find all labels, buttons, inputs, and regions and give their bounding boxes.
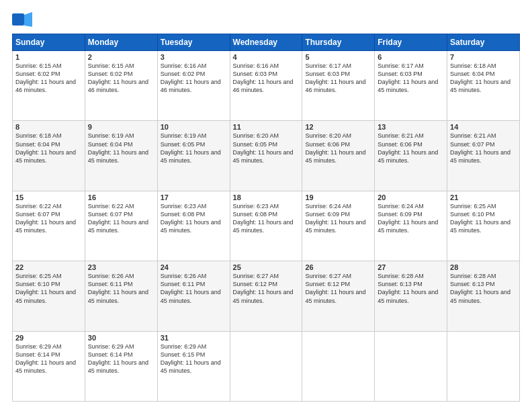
- day-content: Sunrise: 6:23 AM Sunset: 6:08 PM Dayligh…: [161, 202, 227, 235]
- weekday-header-wednesday: Wednesday: [230, 34, 302, 51]
- day-content: Sunrise: 6:15 AM Sunset: 6:02 PM Dayligh…: [88, 62, 154, 95]
- calendar-cell: [375, 331, 447, 401]
- calendar-cell: 30 Sunrise: 6:29 AM Sunset: 6:14 PM Dayl…: [85, 331, 157, 401]
- calendar-cell: 6 Sunrise: 6:17 AM Sunset: 6:03 PM Dayli…: [375, 51, 447, 121]
- weekday-header-sunday: Sunday: [13, 34, 85, 51]
- day-number: 15: [15, 193, 82, 201]
- day-content: Sunrise: 6:29 AM Sunset: 6:15 PM Dayligh…: [161, 342, 227, 375]
- svg-rect-0: [12, 13, 24, 26]
- day-content: Sunrise: 6:16 AM Sunset: 6:02 PM Dayligh…: [161, 62, 227, 95]
- day-number: 16: [88, 193, 154, 201]
- day-content: Sunrise: 6:18 AM Sunset: 6:04 PM Dayligh…: [450, 62, 517, 95]
- day-content: Sunrise: 6:24 AM Sunset: 6:09 PM Dayligh…: [305, 202, 371, 235]
- calendar-cell: 15 Sunrise: 6:22 AM Sunset: 6:07 PM Dayl…: [13, 191, 85, 261]
- day-content: Sunrise: 6:27 AM Sunset: 6:12 PM Dayligh…: [233, 272, 300, 305]
- weekday-header-friday: Friday: [375, 34, 447, 51]
- calendar-cell: 17 Sunrise: 6:23 AM Sunset: 6:08 PM Dayl…: [157, 191, 230, 261]
- day-number: 21: [450, 193, 517, 201]
- day-number: 9: [88, 123, 154, 131]
- calendar-cell: [230, 331, 302, 401]
- day-content: Sunrise: 6:24 AM Sunset: 6:09 PM Dayligh…: [378, 202, 444, 235]
- day-content: Sunrise: 6:29 AM Sunset: 6:14 PM Dayligh…: [88, 342, 154, 375]
- calendar-cell: 20 Sunrise: 6:24 AM Sunset: 6:09 PM Dayl…: [375, 191, 447, 261]
- day-content: Sunrise: 6:17 AM Sunset: 6:03 PM Dayligh…: [305, 62, 371, 95]
- calendar-cell: 26 Sunrise: 6:27 AM Sunset: 6:12 PM Dayl…: [302, 261, 375, 331]
- day-content: Sunrise: 6:21 AM Sunset: 6:07 PM Dayligh…: [450, 132, 517, 165]
- day-content: Sunrise: 6:28 AM Sunset: 6:13 PM Dayligh…: [378, 272, 444, 305]
- calendar-cell: 24 Sunrise: 6:26 AM Sunset: 6:11 PM Dayl…: [157, 261, 230, 331]
- day-number: 3: [161, 53, 227, 61]
- page: SundayMondayTuesdayWednesdayThursdayFrid…: [0, 0, 532, 411]
- weekday-header-thursday: Thursday: [302, 34, 375, 51]
- day-content: Sunrise: 6:27 AM Sunset: 6:12 PM Dayligh…: [305, 272, 371, 305]
- calendar-cell: 18 Sunrise: 6:23 AM Sunset: 6:08 PM Dayl…: [230, 191, 302, 261]
- day-number: 28: [450, 263, 517, 271]
- day-number: 10: [161, 123, 227, 131]
- calendar-table: SundayMondayTuesdayWednesdayThursdayFrid…: [12, 34, 520, 402]
- day-number: 30: [88, 334, 154, 342]
- day-number: 4: [233, 53, 300, 61]
- calendar-cell: 14 Sunrise: 6:21 AM Sunset: 6:07 PM Dayl…: [447, 121, 520, 191]
- day-number: 25: [233, 263, 300, 271]
- day-content: Sunrise: 6:22 AM Sunset: 6:07 PM Dayligh…: [88, 202, 154, 235]
- day-number: 23: [88, 263, 154, 271]
- calendar-cell: 22 Sunrise: 6:25 AM Sunset: 6:10 PM Dayl…: [13, 261, 85, 331]
- header: [12, 12, 520, 27]
- day-number: 11: [233, 123, 300, 131]
- day-number: 26: [305, 263, 371, 271]
- calendar-cell: 7 Sunrise: 6:18 AM Sunset: 6:04 PM Dayli…: [447, 51, 520, 121]
- calendar-cell: 28 Sunrise: 6:28 AM Sunset: 6:13 PM Dayl…: [447, 261, 520, 331]
- day-number: 1: [15, 53, 82, 61]
- calendar-cell: 10 Sunrise: 6:19 AM Sunset: 6:05 PM Dayl…: [157, 121, 230, 191]
- calendar-cell: 16 Sunrise: 6:22 AM Sunset: 6:07 PM Dayl…: [85, 191, 157, 261]
- weekday-header-monday: Monday: [85, 34, 157, 51]
- calendar-cell: 13 Sunrise: 6:21 AM Sunset: 6:06 PM Dayl…: [375, 121, 447, 191]
- day-number: 13: [378, 123, 444, 131]
- day-content: Sunrise: 6:23 AM Sunset: 6:08 PM Dayligh…: [233, 202, 300, 235]
- calendar-cell: 23 Sunrise: 6:26 AM Sunset: 6:11 PM Dayl…: [85, 261, 157, 331]
- day-number: 31: [161, 334, 227, 342]
- day-content: Sunrise: 6:20 AM Sunset: 6:05 PM Dayligh…: [233, 132, 300, 165]
- day-content: Sunrise: 6:26 AM Sunset: 6:11 PM Dayligh…: [161, 272, 227, 305]
- day-number: 5: [305, 53, 371, 61]
- calendar-cell: 3 Sunrise: 6:16 AM Sunset: 6:02 PM Dayli…: [157, 51, 230, 121]
- day-content: Sunrise: 6:22 AM Sunset: 6:07 PM Dayligh…: [15, 202, 82, 235]
- calendar-cell: [447, 331, 520, 401]
- day-content: Sunrise: 6:26 AM Sunset: 6:11 PM Dayligh…: [88, 272, 154, 305]
- logo: [12, 12, 35, 27]
- calendar-cell: 29 Sunrise: 6:29 AM Sunset: 6:14 PM Dayl…: [13, 331, 85, 401]
- calendar-cell: 27 Sunrise: 6:28 AM Sunset: 6:13 PM Dayl…: [375, 261, 447, 331]
- day-number: 17: [161, 193, 227, 201]
- day-number: 27: [378, 263, 444, 271]
- svg-marker-1: [24, 12, 32, 27]
- calendar-cell: 25 Sunrise: 6:27 AM Sunset: 6:12 PM Dayl…: [230, 261, 302, 331]
- day-number: 12: [305, 123, 371, 131]
- calendar-cell: 5 Sunrise: 6:17 AM Sunset: 6:03 PM Dayli…: [302, 51, 375, 121]
- day-number: 22: [15, 263, 82, 271]
- calendar-cell: [302, 331, 375, 401]
- day-content: Sunrise: 6:21 AM Sunset: 6:06 PM Dayligh…: [378, 132, 444, 165]
- day-number: 8: [15, 123, 82, 131]
- day-content: Sunrise: 6:17 AM Sunset: 6:03 PM Dayligh…: [378, 62, 444, 95]
- day-content: Sunrise: 6:20 AM Sunset: 6:06 PM Dayligh…: [305, 132, 371, 165]
- day-number: 6: [378, 53, 444, 61]
- day-content: Sunrise: 6:19 AM Sunset: 6:05 PM Dayligh…: [161, 132, 227, 165]
- weekday-header-saturday: Saturday: [447, 34, 520, 51]
- logo-icon: [12, 12, 32, 27]
- day-number: 18: [233, 193, 300, 201]
- day-content: Sunrise: 6:15 AM Sunset: 6:02 PM Dayligh…: [15, 62, 82, 95]
- day-number: 19: [305, 193, 371, 201]
- calendar-cell: 21 Sunrise: 6:25 AM Sunset: 6:10 PM Dayl…: [447, 191, 520, 261]
- calendar-cell: 12 Sunrise: 6:20 AM Sunset: 6:06 PM Dayl…: [302, 121, 375, 191]
- day-number: 7: [450, 53, 517, 61]
- day-content: Sunrise: 6:25 AM Sunset: 6:10 PM Dayligh…: [15, 272, 82, 305]
- calendar-cell: 11 Sunrise: 6:20 AM Sunset: 6:05 PM Dayl…: [230, 121, 302, 191]
- calendar-cell: 8 Sunrise: 6:18 AM Sunset: 6:04 PM Dayli…: [13, 121, 85, 191]
- calendar-cell: 2 Sunrise: 6:15 AM Sunset: 6:02 PM Dayli…: [85, 51, 157, 121]
- day-number: 29: [15, 334, 82, 342]
- day-content: Sunrise: 6:16 AM Sunset: 6:03 PM Dayligh…: [233, 62, 300, 95]
- day-content: Sunrise: 6:19 AM Sunset: 6:04 PM Dayligh…: [88, 132, 154, 165]
- day-number: 14: [450, 123, 517, 131]
- calendar-cell: 9 Sunrise: 6:19 AM Sunset: 6:04 PM Dayli…: [85, 121, 157, 191]
- day-content: Sunrise: 6:18 AM Sunset: 6:04 PM Dayligh…: [15, 132, 82, 165]
